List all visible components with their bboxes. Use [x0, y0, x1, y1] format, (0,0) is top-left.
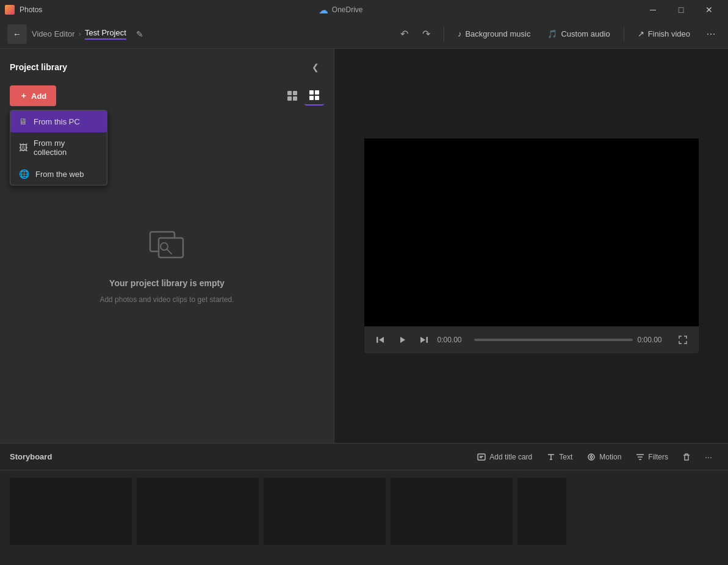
- dropdown-item-from-collection[interactable]: 🖼 From my collection: [10, 132, 107, 163]
- background-music-label: Background music: [465, 29, 530, 38]
- svg-rect-2: [287, 96, 292, 101]
- undo-redo-group: ↶ ↷: [395, 24, 436, 44]
- video-preview: [364, 139, 699, 326]
- audio-icon: 🎵: [547, 29, 557, 38]
- from-pc-label: From this PC: [34, 117, 80, 126]
- filters-button[interactable]: Filters: [630, 450, 674, 464]
- title-bar-left: Photos: [5, 5, 42, 15]
- edit-title-icon[interactable]: ✎: [131, 26, 148, 43]
- progress-bar[interactable]: [474, 339, 633, 341]
- motion-label: Motion: [599, 453, 621, 461]
- finish-video-button[interactable]: ↗ Finish video: [632, 26, 696, 42]
- from-pc-icon: 🖥: [19, 117, 27, 126]
- toolbar-more-button[interactable]: ···: [701, 24, 721, 44]
- dropdown-item-from-pc[interactable]: 🖥 From this PC: [10, 110, 107, 132]
- filters-label: Filters: [648, 453, 668, 461]
- svg-rect-5: [315, 90, 319, 95]
- storyboard-more-button[interactable]: ···: [699, 447, 718, 467]
- delete-button[interactable]: [677, 447, 696, 467]
- breadcrumb-current-wrapper: Test Project: [85, 28, 126, 40]
- text-label: Text: [559, 453, 572, 461]
- storyboard-actions: Add title card Text Motion Filters: [471, 447, 718, 467]
- onedrive-icon: ☁: [319, 4, 328, 16]
- storyboard-header: Storyboard Add title card Text: [0, 444, 728, 470]
- view-grid-button[interactable]: [283, 86, 302, 106]
- breadcrumb-underline: [85, 38, 126, 40]
- music-note-icon: ♪: [458, 29, 462, 38]
- clip-3[interactable]: [264, 478, 386, 545]
- minimize-button[interactable]: ─: [639, 0, 667, 20]
- redo-button[interactable]: ↷: [417, 24, 436, 44]
- library-controls: ＋ Add: [10, 85, 324, 106]
- undo-button[interactable]: ↶: [395, 24, 414, 44]
- maximize-button[interactable]: □: [667, 0, 695, 20]
- clip-4[interactable]: [391, 478, 513, 545]
- time-current: 0:00.00: [438, 336, 469, 344]
- text-button[interactable]: Text: [541, 450, 578, 464]
- skip-back-button[interactable]: [372, 331, 389, 348]
- storyboard-clips: [0, 470, 728, 552]
- view-toggle: [283, 86, 324, 106]
- collapse-button[interactable]: ❮: [307, 59, 324, 76]
- title-bar-controls: ─ □ ✕: [639, 0, 723, 20]
- storyboard-title: Storyboard: [10, 452, 461, 461]
- svg-rect-11: [377, 337, 378, 343]
- view-list-button[interactable]: [305, 86, 324, 106]
- breadcrumb-parent[interactable]: Video Editor: [32, 29, 75, 38]
- svg-rect-1: [293, 91, 297, 95]
- add-title-card-label: Add title card: [489, 453, 532, 461]
- onedrive-indicator: ☁ OneDrive: [319, 4, 363, 16]
- svg-rect-12: [426, 337, 428, 343]
- dropdown-item-from-web[interactable]: 🌐 From the web: [10, 163, 107, 185]
- svg-rect-9: [159, 238, 183, 257]
- close-button[interactable]: ✕: [695, 0, 723, 20]
- empty-library-title: Your project library is empty: [109, 278, 225, 288]
- project-library-title: Project library: [10, 62, 67, 72]
- project-library-header: Project library ❮: [10, 59, 324, 76]
- toolbar-divider-2: [624, 27, 624, 41]
- from-web-icon: 🌐: [19, 169, 29, 179]
- add-plus-icon: ＋: [20, 90, 27, 101]
- app-icon: [5, 5, 15, 15]
- svg-rect-4: [309, 90, 314, 95]
- app-name: Photos: [20, 5, 42, 14]
- toolbar-divider-1: [444, 27, 444, 41]
- back-button[interactable]: ←: [7, 24, 27, 44]
- add-title-card-button[interactable]: Add title card: [471, 450, 538, 464]
- custom-audio-label: Custom audio: [561, 29, 610, 38]
- clip-1[interactable]: [10, 478, 132, 545]
- breadcrumb: Video Editor › Test Project: [32, 28, 126, 40]
- add-button[interactable]: ＋ Add: [10, 85, 56, 106]
- empty-library-icon: [148, 225, 187, 271]
- clip-2[interactable]: [137, 478, 259, 545]
- svg-rect-13: [478, 454, 485, 460]
- finish-video-label: Finish video: [648, 29, 690, 38]
- title-bar: Photos ☁ OneDrive ─ □ ✕: [0, 0, 728, 20]
- svg-rect-6: [309, 96, 314, 100]
- background-music-button[interactable]: ♪ Background music: [452, 26, 536, 42]
- sidebar: Project library ❮ ＋ Add: [0, 49, 334, 443]
- preview-area: 0:00.00 0:00.00: [334, 49, 728, 443]
- finish-video-icon: ↗: [638, 29, 644, 38]
- clip-5[interactable]: [517, 478, 566, 545]
- breadcrumb-separator: ›: [79, 29, 81, 38]
- breadcrumb-current: Test Project: [85, 28, 126, 37]
- time-total: 0:00.00: [638, 336, 669, 344]
- svg-rect-3: [293, 96, 297, 101]
- svg-rect-0: [287, 91, 292, 95]
- motion-button[interactable]: Motion: [581, 450, 627, 464]
- main-area: Project library ❮ ＋ Add: [0, 49, 728, 443]
- svg-rect-7: [315, 96, 319, 100]
- toolbar: ← Video Editor › Test Project ✎ ↶ ↷ ♪ Ba…: [0, 20, 728, 49]
- play-button[interactable]: [394, 331, 411, 348]
- onedrive-label: OneDrive: [332, 5, 363, 14]
- empty-library-subtitle: Add photos and video clips to get starte…: [99, 295, 234, 304]
- from-web-label: From the web: [35, 170, 84, 179]
- add-source-dropdown: 🖥 From this PC 🖼 From my collection 🌐 Fr…: [10, 110, 107, 185]
- from-collection-icon: 🖼: [19, 143, 27, 153]
- custom-audio-button[interactable]: 🎵 Custom audio: [541, 26, 616, 42]
- add-label: Add: [31, 92, 46, 101]
- skip-forward-button[interactable]: [416, 331, 433, 348]
- fullscreen-button[interactable]: [674, 331, 691, 348]
- video-controls: 0:00.00 0:00.00: [364, 326, 699, 353]
